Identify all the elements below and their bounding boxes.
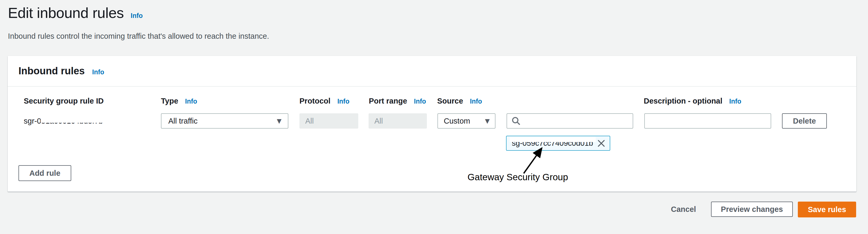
col-header-description: Description - optional Info bbox=[644, 97, 741, 105]
panel-title-info-link[interactable]: Info bbox=[92, 68, 104, 76]
search-icon bbox=[511, 116, 521, 126]
delete-rule-button[interactable]: Delete bbox=[782, 113, 827, 129]
type-select[interactable]: All traffic ▼ bbox=[161, 113, 288, 129]
panel-title: Inbound rules bbox=[19, 65, 85, 77]
rule-id-text: sgr-051a000104bd5f7b bbox=[24, 113, 103, 129]
description-info-link[interactable]: Info bbox=[729, 98, 741, 105]
source-search-input[interactable] bbox=[506, 113, 633, 129]
close-icon[interactable] bbox=[597, 139, 606, 148]
col-header-rule-id: Security group rule ID bbox=[24, 97, 104, 105]
source-type-select[interactable]: Custom ▼ bbox=[437, 113, 495, 129]
page-header: Edit inbound rules Info bbox=[8, 4, 143, 21]
port-range-info-link[interactable]: Info bbox=[414, 98, 426, 105]
page-title: Edit inbound rules bbox=[8, 4, 124, 21]
port-range-input bbox=[369, 113, 427, 129]
annotation-label: Gateway Security Group bbox=[467, 172, 568, 182]
panel-divider bbox=[8, 86, 857, 87]
panel-header: Inbound rules Info bbox=[19, 65, 104, 77]
redaction-overlay bbox=[510, 137, 596, 142]
col-header-port-range: Port range Info bbox=[369, 97, 426, 105]
col-header-type: Type Info bbox=[161, 97, 197, 105]
page-subtitle: Inbound rules control the incoming traff… bbox=[8, 32, 269, 41]
add-rule-button[interactable]: Add rule bbox=[19, 165, 71, 181]
preview-changes-button[interactable]: Preview changes bbox=[711, 202, 793, 217]
description-input[interactable] bbox=[644, 113, 771, 129]
inbound-rules-panel: Inbound rules Info Security group rule I… bbox=[8, 56, 857, 192]
col-header-protocol: Protocol Info bbox=[300, 97, 349, 105]
type-info-link[interactable]: Info bbox=[185, 98, 197, 105]
chevron-down-icon: ▼ bbox=[485, 118, 490, 124]
col-header-source: Source Info bbox=[437, 97, 482, 105]
redaction-overlay bbox=[41, 114, 104, 123]
save-rules-button[interactable]: Save rules bbox=[798, 202, 856, 218]
cancel-button[interactable]: Cancel bbox=[671, 202, 696, 217]
protocol-info-link[interactable]: Info bbox=[337, 98, 349, 105]
chevron-down-icon: ▼ bbox=[277, 118, 281, 124]
edit-inbound-rules-page: Edit inbound rules Info Inbound rules co… bbox=[0, 0, 868, 234]
page-title-info-link[interactable]: Info bbox=[131, 12, 143, 20]
source-info-link[interactable]: Info bbox=[470, 98, 482, 105]
protocol-input bbox=[300, 113, 358, 129]
